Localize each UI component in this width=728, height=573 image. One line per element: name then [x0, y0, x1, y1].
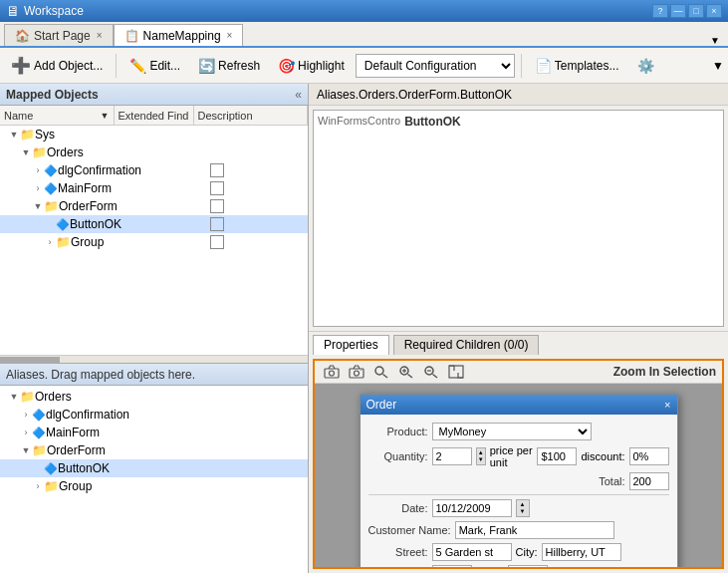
maximize-button[interactable]: □ — [688, 4, 704, 18]
alias-expand-dlg[interactable]: › — [20, 410, 32, 420]
mapped-objects-collapse[interactable]: « — [295, 88, 302, 102]
checkbox-dlg[interactable] — [210, 163, 224, 177]
folder-icon-orderform: 📁 — [44, 199, 59, 213]
templates-icon: 📄 — [535, 58, 552, 74]
tree-row-sys[interactable]: ▼ 📁 Sys — [0, 126, 308, 143]
window-controls: ? — □ × — [652, 4, 722, 18]
zoom-toolbar: Zoom In Selection — [315, 361, 722, 384]
alias-expand-orders[interactable]: ▼ — [8, 392, 20, 402]
price-input[interactable] — [537, 447, 577, 465]
svg-point-4 — [375, 367, 383, 375]
tab-name-mapping[interactable]: 📋 NameMapping × — [114, 24, 244, 46]
discount-input[interactable] — [629, 447, 669, 465]
dialog-close-button[interactable]: × — [664, 399, 670, 411]
svg-line-5 — [383, 374, 388, 378]
toolbar-chevron[interactable]: ▼ — [712, 59, 724, 73]
street-row: Street: City: — [368, 543, 669, 561]
zoom-maximize-icon[interactable] — [445, 361, 467, 383]
expand-orderform[interactable]: ▼ — [32, 201, 44, 211]
checkbox-group[interactable] — [210, 235, 224, 249]
h-scroll-thumb[interactable] — [0, 357, 60, 363]
aliases-section: Aliases. Drag mapped objects here. ▼ 📁 O… — [0, 364, 308, 573]
add-object-button[interactable]: ➕ Add Object... — [4, 52, 110, 80]
date-spinner[interactable]: ▲▼ — [516, 499, 530, 517]
checkbox-mainform[interactable] — [210, 181, 224, 195]
state-input[interactable] — [432, 565, 472, 570]
tree-row-group[interactable]: › 📁 Group — [0, 233, 308, 251]
product-label: Product: — [368, 426, 428, 437]
refresh-icon: 🔄 — [198, 58, 215, 74]
dialog-title: Order — [366, 398, 397, 412]
app-icon: 🖥 — [6, 3, 20, 19]
date-input[interactable] — [432, 499, 512, 517]
col-name-sort[interactable]: ▼ — [101, 111, 110, 121]
tab-start-page[interactable]: 🏠 Start Page × — [4, 24, 114, 46]
alias-row-dlg[interactable]: › 🔷 dlgConfirmation — [0, 406, 308, 424]
street-label: Street: — [368, 546, 428, 558]
zip-input[interactable] — [508, 565, 548, 570]
quantity-spinner[interactable]: ▲▼ — [476, 447, 486, 465]
tab-properties[interactable]: Properties — [313, 335, 389, 355]
tab-map-icon: 📋 — [124, 29, 139, 43]
svg-line-7 — [408, 374, 413, 378]
folder-icon-group: 📁 — [56, 235, 71, 249]
tree-row-buttonok[interactable]: 🔷 ButtonOK — [0, 215, 308, 233]
tree-row-dlgconfirmation[interactable]: › 🔷 dlgConfirmation — [0, 161, 308, 179]
alias-row-mainform[interactable]: › 🔷 MainForm — [0, 424, 308, 441]
expand-group[interactable]: › — [44, 237, 56, 247]
expand-dlg[interactable]: › — [32, 165, 44, 175]
zoom-search-icon[interactable] — [370, 361, 392, 383]
expand-mainform[interactable]: › — [32, 183, 44, 193]
zoom-search-plus-icon[interactable] — [395, 361, 417, 383]
templates-button[interactable]: 📄 Templates... — [528, 52, 626, 80]
h-scrollbar[interactable] — [0, 355, 308, 363]
prop-tabs: Properties Required Children (0/0) — [309, 331, 728, 355]
street-input[interactable] — [432, 543, 512, 561]
zoom-search-minus-icon[interactable] — [420, 361, 442, 383]
highlight-button[interactable]: 🎯 Highlight — [271, 52, 352, 80]
zoom-camera2-icon[interactable] — [346, 361, 367, 383]
checkbox-buttonok[interactable] — [210, 217, 224, 231]
col-name: Name ▼ — [0, 106, 115, 125]
tab-required-children[interactable]: Required Children (0/0) — [393, 335, 540, 355]
expand-sys[interactable]: ▼ — [8, 130, 20, 140]
checkbox-orderform[interactable] — [210, 199, 224, 213]
close-button[interactable]: × — [706, 4, 722, 18]
alias-expand-group[interactable]: › — [32, 481, 44, 491]
refresh-button[interactable]: 🔄 Refresh — [191, 52, 267, 80]
alias-icon-dlg: 🔷 — [32, 409, 46, 422]
settings-button[interactable]: ⚙️ — [630, 52, 661, 80]
product-select[interactable]: MyMoney — [432, 423, 592, 440]
alias-row-orders[interactable]: ▼ 📁 Orders — [0, 388, 308, 406]
item-icon-dlg: 🔷 — [44, 164, 58, 177]
breadcrumb-text: Aliases.Orders.OrderForm.ButtonOK — [317, 88, 512, 102]
alias-row-group[interactable]: › 📁 Group — [0, 477, 308, 495]
zoom-camera-icon[interactable] — [321, 361, 343, 383]
quantity-input[interactable] — [432, 447, 472, 465]
tab-map-close[interactable]: × — [227, 30, 233, 41]
alias-expand-orderform[interactable]: ▼ — [20, 445, 32, 455]
date-row: Date: ▲▼ — [368, 499, 669, 517]
city-input[interactable] — [542, 543, 621, 561]
expand-orders[interactable]: ▼ — [20, 147, 32, 157]
minimize-button[interactable]: — — [670, 4, 686, 18]
tree-row-mainform[interactable]: › 🔷 MainForm — [0, 179, 308, 197]
tab-map-label: NameMapping — [143, 29, 221, 43]
alias-value: ButtonOK — [404, 115, 461, 129]
product-row: Product: MyMoney — [368, 423, 669, 440]
col-ext: Extended Find — [115, 106, 194, 125]
config-dropdown[interactable]: Default Configuration — [356, 54, 515, 78]
alias-expand-mainform[interactable]: › — [20, 428, 32, 437]
tab-dropdown[interactable]: ▼ — [710, 35, 724, 46]
tree-row-orders[interactable]: ▼ 📁 Orders — [0, 143, 308, 161]
tree-header: Name ▼ Extended Find Description — [0, 106, 308, 126]
help-button[interactable]: ? — [652, 4, 668, 18]
tree-row-orderform[interactable]: ▼ 📁 OrderForm — [0, 197, 308, 215]
tab-start-close[interactable]: × — [97, 30, 103, 41]
edit-button[interactable]: ✏️ Edit... — [122, 52, 187, 80]
customer-input[interactable] — [455, 521, 614, 539]
total-row: Total: — [368, 472, 669, 490]
alias-row-orderform[interactable]: ▼ 📁 OrderForm — [0, 441, 308, 459]
alias-row-buttonok[interactable]: 🔷 ButtonOK — [0, 459, 308, 477]
total-input — [629, 472, 669, 490]
